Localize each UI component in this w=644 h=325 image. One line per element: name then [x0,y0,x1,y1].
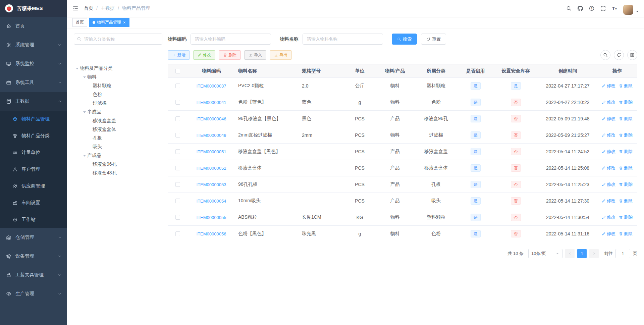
row-checkbox[interactable] [175,116,180,121]
sidebar-item-system-monitor[interactable]: 系统监控 [0,54,67,73]
row-checkbox[interactable] [175,215,180,220]
tab-home[interactable]: 首页 [72,18,87,27]
search-button[interactable]: 搜索 [392,34,417,45]
sidebar-item-measure-unit[interactable]: 计量单位 [0,144,67,161]
import-button[interactable]: 导入 [244,50,266,60]
row-delete-link[interactable]: 删除 [619,132,633,138]
row-delete-link[interactable]: 删除 [619,165,633,171]
sidebar-item-material-product-category[interactable]: 物料产品分类 [0,127,67,144]
row-checkbox[interactable] [175,84,180,88]
add-button[interactable]: 新增 [168,50,190,60]
material-code-link[interactable]: ITEM00000041 [197,100,226,105]
tree-node[interactable]: 移液盒48孔 [74,169,162,177]
sidebar-item-device-mgmt[interactable]: 设备管理 [0,247,67,266]
sidebar-item-supplier-mgmt[interactable]: 供应商管理 [0,178,67,195]
row-checkbox[interactable] [175,100,180,105]
row-edit-link[interactable]: 修改 [602,214,615,220]
fullscreen-icon[interactable] [600,6,606,11]
github-icon[interactable] [578,6,583,11]
select-all-checkbox[interactable] [175,69,180,73]
material-code-link[interactable]: ITEM00000054 [197,199,226,204]
refresh-button[interactable] [614,50,624,60]
row-edit-link[interactable]: 修改 [602,231,615,237]
sidebar-item-workstation[interactable]: 工作站 [0,211,67,228]
tree-node[interactable]: 过滤棉 [74,99,162,108]
material-code-link[interactable]: ITEM00000051 [197,149,226,154]
row-checkbox[interactable] [175,133,180,138]
row-edit-link[interactable]: 修改 [602,165,615,171]
tree-node[interactable]: 移液盒盒体 [74,125,162,134]
row-delete-link[interactable]: 删除 [619,99,633,105]
row-delete-link[interactable]: 删除 [619,198,633,204]
sidebar-toggle[interactable] [67,0,84,17]
sidebar-item-fixture-mgmt[interactable]: 工装夹具管理 [0,266,67,284]
material-code-link[interactable]: ITEM00000053 [197,182,226,187]
row-checkbox[interactable] [175,166,180,170]
tab-material-product-mgmt[interactable]: 物料产品管理 [89,18,129,27]
material-code-link[interactable]: ITEM00000037 [197,84,226,89]
category-search-input[interactable] [74,34,162,45]
goto-page-input[interactable] [615,249,630,258]
breadcrumb-home[interactable]: 首页 [84,5,93,11]
delete-button[interactable]: 删除 [219,50,241,60]
next-page-button[interactable] [589,249,599,258]
row-delete-link[interactable]: 删除 [619,83,633,89]
sidebar-item-customer-mgmt[interactable]: 客户管理 [0,161,67,178]
sidebar-item-master-data[interactable]: 主数据 [0,92,67,111]
row-edit-link[interactable]: 修改 [602,83,615,89]
tree-node[interactable]: 移液盒盒盖 [74,116,162,125]
tree-node[interactable]: 吸头 [74,143,162,151]
row-checkbox[interactable] [175,199,180,203]
sidebar-item-material-product-mgmt[interactable]: 物料产品管理 [0,111,67,127]
row-edit-link[interactable]: 修改 [602,116,615,122]
row-edit-link[interactable]: 修改 [602,132,615,138]
tree-node[interactable]: 塑料颗粒 [74,82,162,90]
caret-down-icon[interactable] [82,110,87,114]
row-edit-link[interactable]: 修改 [602,181,615,187]
caret-down-icon[interactable] [82,75,87,79]
help-icon[interactable] [589,6,594,11]
close-icon[interactable] [123,21,126,24]
row-delete-link[interactable]: 删除 [619,231,633,237]
sidebar-item-system-tools[interactable]: 系统工具 [0,73,67,92]
row-checkbox[interactable] [175,182,180,187]
user-avatar[interactable] [623,5,639,15]
sidebar-item-warehouse-mgmt[interactable]: 仓储管理 [0,228,67,247]
row-edit-link[interactable]: 修改 [602,149,615,155]
tree-node[interactable]: 色粉 [74,90,162,99]
caret-down-icon[interactable] [82,153,87,158]
material-code-link[interactable]: ITEM00000056 [197,231,226,236]
toggle-search-button[interactable] [600,50,610,60]
tree-node[interactable]: 半成品 [74,108,162,116]
page-size-select[interactable]: 10条/页 [528,249,562,258]
export-button[interactable]: 导出 [270,50,292,60]
material-code-link[interactable]: ITEM00000049 [197,133,226,138]
row-checkbox[interactable] [175,149,180,154]
search-icon[interactable] [566,6,572,11]
sidebar-item-production-mgmt[interactable]: 生产管理 [0,284,67,303]
material-code-input[interactable] [191,34,271,45]
sidebar-item-home[interactable]: 首页 [0,17,67,36]
sidebar-item-system-mgmt[interactable]: 系统管理 [0,36,67,54]
material-code-link[interactable]: ITEM00000055 [197,215,226,220]
edit-button[interactable]: 修改 [193,50,215,60]
material-name-input[interactable] [303,34,383,45]
font-size-icon[interactable] [612,6,617,11]
row-delete-link[interactable]: 删除 [619,181,633,187]
page-1-button[interactable]: 1 [577,249,587,258]
tree-node[interactable]: 产成品 [74,151,162,160]
reset-button[interactable]: 重置 [421,34,446,45]
tree-node[interactable]: 物料及产品分类 [74,64,162,73]
row-checkbox[interactable] [175,231,180,236]
sidebar-item-workshop-setting[interactable]: 车间设置 [0,195,67,211]
columns-button[interactable] [627,50,637,60]
tree-node[interactable]: 孔板 [74,134,162,143]
row-delete-link[interactable]: 删除 [619,214,633,220]
row-delete-link[interactable]: 删除 [619,116,633,122]
prev-page-button[interactable] [565,249,575,258]
caret-down-icon[interactable] [74,66,80,71]
tree-node[interactable]: 移液盒96孔 [74,160,162,169]
row-delete-link[interactable]: 删除 [619,149,633,155]
row-edit-link[interactable]: 修改 [602,99,615,105]
material-code-link[interactable]: ITEM00000052 [197,166,226,171]
